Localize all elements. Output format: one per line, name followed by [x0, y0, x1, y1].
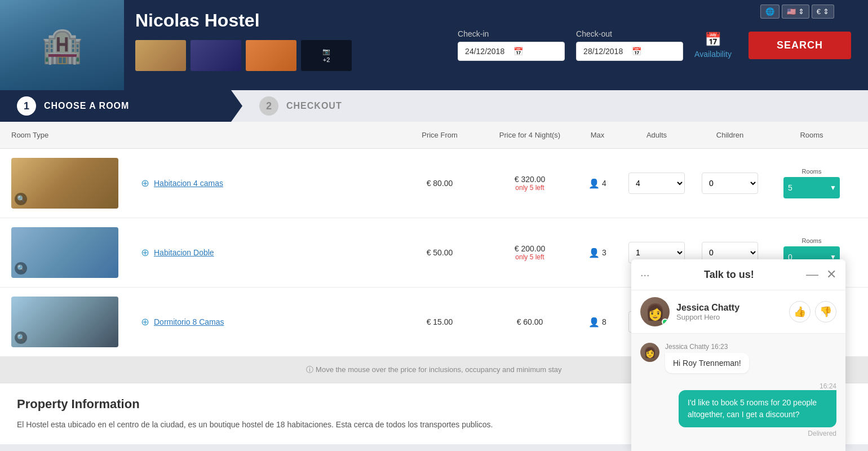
currency-arrows: ⇕ — [823, 7, 829, 16]
price-total-1: € 320.00 — [485, 175, 575, 184]
availability-link[interactable]: 📅 Availability — [694, 32, 732, 59]
room-link-3[interactable]: Dormitorio 8 Camas — [154, 317, 224, 326]
room-name-cell-2: ⊕ Habitacion Doble — [135, 246, 395, 259]
checkout-input[interactable]: 28/12/2018 📅 — [576, 42, 683, 61]
room-expand-2[interactable]: ⊕ — [141, 246, 149, 259]
step-1-number: 1 — [17, 96, 36, 116]
person-icon-3: 👤 — [588, 317, 600, 328]
rooms-select-1[interactable]: 501234 ▼ — [783, 177, 840, 198]
hotel-hero-image — [0, 0, 124, 90]
room-thumbnail-1[interactable]: 🔍 — [11, 158, 118, 209]
agent-message-avatar: 👩 — [640, 343, 659, 362]
language-selector[interactable]: 🇺🇸 ⇕ — [782, 5, 809, 19]
flag-icon: 🇺🇸 — [787, 7, 796, 16]
thumbnail-3[interactable] — [246, 40, 296, 71]
person-icon-2: 👤 — [588, 247, 600, 258]
chat-header: ··· Talk to us! — ✕ — [631, 259, 845, 290]
room-link-1[interactable]: Habitacion 4 camas — [154, 179, 223, 188]
max-cell-2: 👤 3 — [575, 247, 620, 258]
agent-message-row: 👩 Jessica Chatty 16:23 Hi Roy Trenneman! — [640, 343, 836, 373]
more-photos-label: +2 — [323, 56, 330, 63]
children-dropdown-1[interactable]: 012 — [702, 175, 758, 192]
adults-dropdown-2[interactable]: 123 — [629, 244, 684, 261]
hotel-info-section: Nicolas Hostel 📷 +2 — [124, 0, 441, 90]
agent-online-indicator — [662, 319, 668, 325]
children-cell-1: 012 — [693, 173, 767, 194]
steps-bar: 1 CHOOSE A ROOM 2 CHECKOUT — [0, 90, 868, 122]
price-from-1: € 80.00 — [395, 179, 485, 188]
checkout-calendar-icon[interactable]: 📅 — [632, 47, 676, 56]
thumbup-button[interactable]: 👍 — [789, 301, 811, 322]
user-message-time: 16:24 — [640, 382, 836, 390]
step-2-checkout[interactable]: 2 CHECKOUT — [242, 96, 359, 116]
price-nights-1: € 320.00 only 5 left — [485, 175, 575, 192]
col-price-from: Price From — [395, 131, 485, 139]
children-dropdown-2[interactable]: 012 — [702, 244, 758, 261]
step-1-choose-room[interactable]: 1 CHOOSE A ROOM — [0, 90, 242, 122]
agent-message-text: Hi Roy Trenneman! — [673, 359, 741, 368]
checkout-value: 28/12/2018 — [583, 47, 627, 56]
max-guests-1: 4 — [602, 179, 606, 188]
room-zoom-icon-2[interactable]: 🔍 — [15, 262, 27, 275]
availability-calendar-icon: 📅 — [705, 32, 721, 47]
agent-role: Support Hero — [676, 313, 739, 321]
thumbnail-more[interactable]: 📷 +2 — [301, 40, 352, 71]
checkin-label: Check-in — [458, 29, 565, 38]
rooms-dropdown-1[interactable]: 501234 — [783, 180, 826, 196]
adults-select-1[interactable]: 4123 — [628, 173, 685, 194]
room-name-cell-3: ⊕ Dormitorio 8 Camas — [135, 316, 395, 328]
chat-title: Talk to us! — [658, 269, 800, 281]
currency-symbol: € — [817, 7, 821, 16]
price-from-2: € 50.00 — [395, 248, 485, 257]
max-cell-1: 👤 4 — [575, 178, 620, 189]
chat-agent-bar: 👩 Jessica Chatty Support Hero 👍 👎 — [631, 290, 845, 334]
user-message-bubble: I'd like to book 5 rooms for 20 people a… — [679, 390, 836, 427]
checkin-calendar-icon[interactable]: 📅 — [513, 47, 557, 56]
agent-message-time: 16:23 — [711, 343, 728, 351]
thumbdown-button[interactable]: 👎 — [815, 301, 836, 322]
price-warning-1: only 5 left — [485, 184, 575, 192]
thumbnail-row: 📷 +2 — [135, 40, 429, 71]
max-cell-3: 👤 8 — [575, 317, 620, 328]
lang-arrows: ⇕ — [798, 7, 804, 16]
person-icon-1: 👤 — [588, 178, 600, 189]
col-price-nights: Price for 4 Night(s) — [485, 131, 575, 139]
price-warning-2: only 5 left — [485, 253, 575, 261]
agent-message-sender: Jessica Chatty 16:23 — [665, 343, 749, 351]
room-thumbnail-2[interactable]: 🔍 — [11, 227, 118, 278]
adults-dropdown-1[interactable]: 4123 — [629, 175, 684, 192]
room-thumbnail-3[interactable]: 🔍 — [11, 297, 118, 347]
price-total-3: € 60.00 — [485, 317, 575, 326]
room-link-2[interactable]: Habitacion Doble — [154, 248, 214, 257]
adults-cell-1: 4123 — [620, 173, 693, 194]
checkout-label: Check-out — [576, 29, 683, 38]
checkin-input[interactable]: 24/12/2018 📅 — [458, 42, 565, 61]
thumbnail-1[interactable] — [135, 40, 186, 71]
hotel-header: Nicolas Hostel 📷 +2 Check-in 24/12/2018 … — [0, 0, 868, 90]
agent-message-bubble: Hi Roy Trenneman! — [665, 353, 749, 373]
chat-menu-button[interactable]: ··· — [640, 268, 650, 281]
rooms-cell-1: Rooms 501234 ▼ — [767, 168, 857, 198]
room-name-cell-1: ⊕ Habitacion 4 camas — [135, 177, 395, 189]
agent-name: Jessica Chatty — [676, 303, 739, 313]
room-expand-3[interactable]: ⊕ — [141, 316, 149, 328]
agent-avatar: 👩 — [640, 297, 670, 326]
room-expand-1[interactable]: ⊕ — [141, 177, 149, 189]
col-rooms: Rooms — [767, 131, 857, 139]
user-message-row: I'd like to book 5 rooms for 20 people a… — [640, 390, 836, 427]
step-2-label: CHECKOUT — [286, 101, 342, 111]
room-zoom-icon-3[interactable]: 🔍 — [15, 331, 27, 344]
currency-selector[interactable]: € ⇕ — [812, 5, 834, 19]
availability-label: Availability — [694, 50, 732, 59]
search-button[interactable]: SEARCH — [749, 32, 851, 59]
thumbnail-2[interactable] — [191, 40, 241, 71]
globe-icon: 🌐 — [765, 7, 774, 16]
children-select-1[interactable]: 012 — [702, 173, 758, 194]
chat-close-button[interactable]: ✕ — [826, 267, 836, 282]
globe-button[interactable]: 🌐 — [760, 5, 780, 19]
room-zoom-icon-1[interactable]: 🔍 — [15, 193, 27, 205]
chat-minimize-button[interactable]: — — [806, 267, 818, 282]
agent-sender-name: Jessica Chatty — [665, 343, 711, 351]
checkin-field: Check-in 24/12/2018 📅 — [458, 29, 565, 61]
rooms-arrow-1: ▼ — [826, 184, 840, 192]
